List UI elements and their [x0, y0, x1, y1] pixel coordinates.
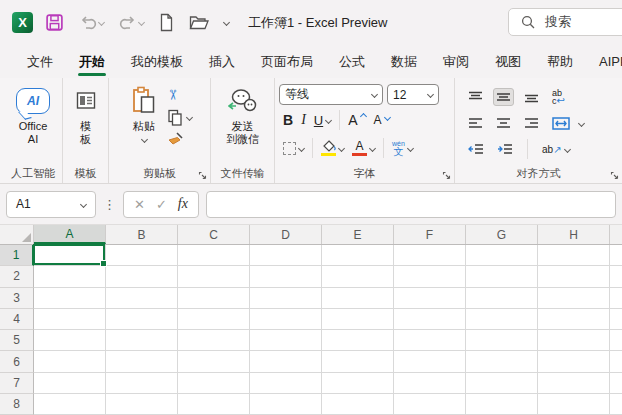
- orientation-button[interactable]: ab↗: [539, 141, 573, 158]
- redo-dropdown-icon: [138, 19, 145, 26]
- merge-dropdown-icon: [578, 119, 585, 126]
- formula-input[interactable]: [206, 191, 616, 218]
- open-file-button[interactable]: [186, 11, 212, 34]
- shrink-font-button[interactable]: A: [370, 111, 394, 129]
- alignment-dialog-launcher[interactable]: [610, 171, 619, 180]
- align-middle-icon: [496, 91, 511, 103]
- selected-cell-a1[interactable]: [33, 244, 105, 265]
- tab-insert[interactable]: 插入: [196, 45, 248, 78]
- row-header-4[interactable]: 4: [0, 309, 34, 330]
- phonetic-guide-button[interactable]: wén 文: [388, 138, 417, 159]
- column-header-b[interactable]: B: [106, 225, 178, 244]
- font-size-combo[interactable]: 12: [387, 84, 439, 105]
- send-to-wechat-button[interactable]: 发送 到微信: [222, 82, 263, 149]
- orientation-dropdown-icon: [563, 145, 570, 152]
- grid-body: 1 2 3 4 5 6 7 8: [0, 245, 622, 415]
- excel-app-icon[interactable]: X: [12, 12, 33, 33]
- underline-button[interactable]: U: [310, 111, 335, 130]
- tab-help[interactable]: 帮助: [534, 45, 586, 78]
- tab-my-templates[interactable]: 我的模板: [118, 45, 196, 78]
- column-header-h[interactable]: H: [538, 225, 610, 244]
- name-box[interactable]: A1: [6, 191, 96, 218]
- title-bar: X: [0, 0, 622, 45]
- undo-button[interactable]: [76, 12, 107, 33]
- cancel-button[interactable]: ✕: [134, 197, 145, 212]
- select-all-corner[interactable]: [0, 225, 34, 244]
- redo-icon: [119, 15, 137, 30]
- format-painter-button[interactable]: [167, 130, 192, 148]
- undo-dropdown-icon: [98, 19, 105, 26]
- paste-dropdown-icon: [140, 136, 147, 143]
- row-header-2[interactable]: 2: [0, 266, 34, 287]
- column-header-e[interactable]: E: [322, 225, 394, 244]
- tab-data[interactable]: 数据: [378, 45, 430, 78]
- cut-icon: ✂: [165, 89, 181, 101]
- italic-button[interactable]: I: [297, 110, 310, 130]
- new-document-button[interactable]: [156, 10, 177, 35]
- align-left-button[interactable]: [465, 114, 486, 132]
- tab-page-layout[interactable]: 页面布局: [248, 45, 326, 78]
- row-header-7[interactable]: 7: [0, 373, 34, 394]
- enter-button[interactable]: ✓: [156, 197, 167, 212]
- cells-area[interactable]: [34, 245, 622, 415]
- formula-buttons: ✕ ✓ fx: [123, 191, 199, 218]
- column-header-a[interactable]: A: [34, 225, 106, 244]
- group-template: 模 板 模板: [62, 78, 108, 183]
- font-color-button[interactable]: A: [348, 139, 379, 158]
- cut-button[interactable]: ✂: [167, 86, 192, 104]
- qat-customize-button[interactable]: [221, 17, 232, 28]
- formula-bar: A1 ⋮ ✕ ✓ fx: [0, 184, 622, 224]
- fill-color-button[interactable]: [317, 138, 348, 158]
- column-header-g[interactable]: G: [466, 225, 538, 244]
- align-right-icon: [524, 117, 539, 129]
- font-name-combo[interactable]: 等线: [279, 84, 383, 105]
- font-color-icon: A: [352, 141, 367, 156]
- column-header-f[interactable]: F: [394, 225, 466, 244]
- open-folder-icon: [189, 14, 209, 31]
- row-header-5[interactable]: 5: [0, 330, 34, 351]
- office-ai-button[interactable]: AI Office AI: [12, 82, 54, 149]
- tab-formulas[interactable]: 公式: [326, 45, 378, 78]
- align-right-button[interactable]: [521, 114, 542, 132]
- paste-button[interactable]: 粘贴: [127, 82, 161, 148]
- borders-button[interactable]: [279, 140, 308, 157]
- redo-button[interactable]: [116, 12, 147, 33]
- insert-function-button[interactable]: fx: [178, 196, 188, 212]
- align-middle-button[interactable]: [493, 88, 514, 106]
- group-ai: AI Office AI 人工智能: [4, 78, 62, 183]
- merge-center-button[interactable]: [549, 114, 587, 133]
- clipboard-dialog-launcher[interactable]: [198, 171, 207, 180]
- decrease-indent-button[interactable]: [465, 140, 487, 158]
- borders-dropdown-icon: [298, 144, 305, 151]
- row-header-8[interactable]: 8: [0, 394, 34, 415]
- column-header-c[interactable]: C: [178, 225, 250, 244]
- wrap-text-button[interactable]: ab c↩: [549, 86, 568, 108]
- save-button[interactable]: [42, 10, 67, 35]
- align-bottom-button[interactable]: [521, 88, 542, 106]
- grow-font-button[interactable]: A: [344, 110, 369, 130]
- template-button[interactable]: 模 板: [71, 82, 101, 149]
- group-alignment: ab c↩: [454, 78, 622, 183]
- column-header-partial[interactable]: [610, 225, 622, 244]
- copy-dropdown-icon: [186, 113, 193, 120]
- row-header-6[interactable]: 6: [0, 351, 34, 372]
- copy-button[interactable]: [167, 108, 192, 126]
- bold-button[interactable]: B: [279, 110, 297, 130]
- tab-view[interactable]: 视图: [482, 45, 534, 78]
- group-font: 等线 12 B I U A A: [274, 78, 454, 183]
- tab-home[interactable]: 开始: [66, 45, 118, 78]
- tab-aippt[interactable]: AIPPT: [586, 45, 622, 78]
- chevron-down-icon: [223, 19, 230, 26]
- search-box[interactable]: 搜索: [508, 8, 622, 36]
- column-header-d[interactable]: D: [250, 225, 322, 244]
- increase-indent-button[interactable]: [494, 140, 516, 158]
- align-top-button[interactable]: [465, 88, 486, 106]
- tab-review[interactable]: 审阅: [430, 45, 482, 78]
- font-dialog-launcher[interactable]: [442, 171, 451, 180]
- spreadsheet-grid: A B C D E F G H 1 2 3 4 5 6 7 8: [0, 224, 622, 415]
- tab-file[interactable]: 文件: [14, 45, 66, 78]
- row-header-3[interactable]: 3: [0, 288, 34, 309]
- row-header-1[interactable]: 1: [0, 245, 34, 266]
- formula-bar-handle[interactable]: ⋮: [103, 197, 116, 212]
- align-center-button[interactable]: [493, 114, 514, 132]
